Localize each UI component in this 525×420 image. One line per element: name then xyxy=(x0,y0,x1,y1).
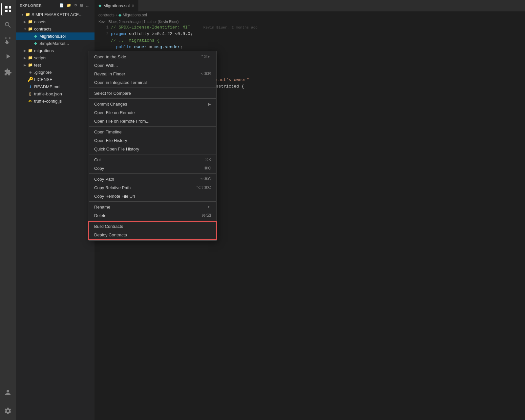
code-line-5: public owner = msg.sender; xyxy=(94,44,525,50)
menu-select-compare[interactable]: Select for Compare xyxy=(94,89,216,97)
menu-open-to-side-label: Open to the Side xyxy=(94,54,126,59)
menu-rename-shortcut: ↵ xyxy=(208,205,211,209)
menu-delete[interactable]: Delete ⌘⌫ xyxy=(94,211,216,220)
migrations-sol-spacer xyxy=(28,33,33,39)
root-folder-label: SIMPLEMARKETPLACE... xyxy=(32,12,82,17)
search-activity-icon[interactable] xyxy=(1,18,14,31)
scripts-folder-icon: 📁 xyxy=(28,55,33,60)
menu-open-file-remote-from-label: Open File on Remote From... xyxy=(94,119,149,124)
tab-sol-icon: ◆ xyxy=(98,3,101,8)
sidebar-item-migrations[interactable]: ▶ 📁 migrations xyxy=(16,47,94,54)
tab-close-button[interactable]: × xyxy=(132,3,134,8)
code-pragma: pragma xyxy=(111,31,129,37)
menu-build-contracts-label: Build Contracts xyxy=(94,224,123,229)
readme-label: README.md xyxy=(34,84,59,89)
menu-copy-path[interactable]: Copy Path ⌥⌘C xyxy=(94,175,216,183)
menu-open-to-side-shortcut: ⌃⌘↵ xyxy=(200,54,211,59)
menu-open-file-history-label: Open File History xyxy=(94,138,127,143)
menu-open-file-remote-from[interactable]: Open File on Remote From... xyxy=(94,117,216,125)
new-file-icon[interactable]: 📄 xyxy=(59,3,65,8)
menu-delete-label: Delete xyxy=(94,213,107,218)
menu-commit-changes-arrow: ▶ xyxy=(208,102,211,107)
menu-rename[interactable]: Rename ↵ xyxy=(94,203,216,211)
new-folder-icon[interactable]: 📁 xyxy=(66,3,72,8)
menu-open-file-history[interactable]: Open File History xyxy=(94,136,216,145)
menu-open-timeline[interactable]: Open Timeline xyxy=(94,128,216,136)
sidebar-item-contracts[interactable]: ▾ 📁 contracts xyxy=(16,25,94,32)
code-line-1: 1 // SPDX-License-Identifier: MIT Kevin … xyxy=(94,24,525,31)
extensions-activity-icon[interactable] xyxy=(1,66,14,79)
account-activity-icon[interactable] xyxy=(1,386,14,399)
menu-open-terminal[interactable]: Open in Integrated Terminal xyxy=(94,78,216,87)
line-number-5 xyxy=(97,44,109,50)
scripts-chevron-icon: ▶ xyxy=(22,55,28,60)
sidebar-item-scripts[interactable]: ▶ 📁 scripts xyxy=(16,54,94,61)
tab-bar: ◆ Migrations.sol × xyxy=(94,0,525,11)
menu-open-to-side[interactable]: Open to the Side ⌃⌘↵ xyxy=(94,52,216,61)
sidebar-item-migrations-sol[interactable]: ◆ Migrations.sol xyxy=(16,32,94,40)
contracts-folder-icon: 📁 xyxy=(28,26,33,31)
code-version: >=0.4.22 <0.9.0; xyxy=(152,31,193,37)
code-solidity: solidity xyxy=(129,31,152,37)
sidebar-item-simplemarket[interactable]: ◆ SimpleMarket... xyxy=(16,40,94,47)
breadcrumb-separator: › xyxy=(116,13,117,17)
menu-deploy-contracts-label: Deploy Contracts xyxy=(94,232,127,237)
sidebar-header: EXPLORER 📄 📁 ↻ ⊟ … xyxy=(16,0,94,11)
separator-2 xyxy=(94,98,216,99)
menu-copy-relative-path-label: Copy Relative Path xyxy=(94,185,131,190)
root-chevron-icon: ▾ xyxy=(20,12,25,17)
run-activity-icon[interactable] xyxy=(1,50,14,63)
menu-copy[interactable]: Copy ⌘C xyxy=(94,164,216,172)
sidebar-item-assets[interactable]: ▶ 📁 assets xyxy=(16,18,94,25)
menu-copy-relative-path[interactable]: Copy Relative Path ⌥⇧⌘C xyxy=(94,183,216,192)
license-spacer xyxy=(22,77,28,82)
menu-deploy-contracts[interactable]: Deploy Contracts xyxy=(94,230,216,239)
sidebar-item-license[interactable]: 🔑 LICENSE xyxy=(16,76,94,83)
assets-chevron-icon: ▶ xyxy=(22,19,28,24)
menu-copy-path-label: Copy Path xyxy=(94,177,114,182)
activity-bar xyxy=(0,0,16,420)
source-control-activity-icon[interactable] xyxy=(1,34,14,47)
menu-copy-path-shortcut: ⌥⌘C xyxy=(200,177,211,181)
menu-reveal-finder[interactable]: Reveal in Finder ⌥⌘R xyxy=(94,70,216,78)
context-menu: Open to the Side ⌃⌘↵ Open With... Reveal… xyxy=(94,51,217,241)
breadcrumb-folder: contracts xyxy=(98,13,115,17)
explorer-activity-icon[interactable] xyxy=(1,3,14,16)
menu-copy-remote-url-label: Copy Remote File Url xyxy=(94,194,135,199)
sidebar-item-test[interactable]: ▶ 📁 test xyxy=(16,61,94,69)
separator-6 xyxy=(94,201,216,202)
license-icon: 🔑 xyxy=(28,77,33,82)
contracts-label: contracts xyxy=(34,27,52,31)
menu-open-file-remote[interactable]: Open File on Remote xyxy=(94,108,216,117)
menu-copy-remote-url[interactable]: Copy Remote File Url xyxy=(94,192,216,200)
folder-icon: 📁 xyxy=(25,12,30,17)
sidebar-actions: 📄 📁 ↻ ⊟ … xyxy=(59,3,91,8)
sidebar-item-readme[interactable]: ℹ README.md xyxy=(16,83,94,90)
migrations-sol-icon: ◆ xyxy=(33,33,38,39)
root-folder-item[interactable]: ▾ 📁 SIMPLEMARKETPLACE... xyxy=(16,11,94,18)
license-label: LICENSE xyxy=(34,77,52,82)
sidebar-item-gitignore[interactable]: ◈ .gitignore xyxy=(16,69,94,76)
ellipsis-icon[interactable]: … xyxy=(85,3,91,8)
menu-cut-shortcut: ⌘X xyxy=(204,157,211,162)
settings-activity-icon[interactable] xyxy=(1,404,14,417)
truffle-config-label: truffle-config.js xyxy=(34,99,62,104)
menu-build-contracts[interactable]: Build Contracts xyxy=(94,222,216,230)
collapse-icon[interactable]: ⊟ xyxy=(79,3,84,8)
test-label: test xyxy=(34,63,41,68)
menu-cut[interactable]: Cut ⌘X xyxy=(94,155,216,164)
menu-commit-changes[interactable]: Commit Changes ▶ xyxy=(94,100,216,108)
readme-spacer xyxy=(22,84,28,89)
sidebar-item-truffle-config[interactable]: JS truffle-config.js xyxy=(16,97,94,105)
menu-delete-shortcut: ⌘⌫ xyxy=(201,213,211,218)
migrations-sol-tab[interactable]: ◆ Migrations.sol × xyxy=(94,0,138,11)
menu-open-file-remote-label: Open File on Remote xyxy=(94,110,135,115)
menu-quick-open-file-history[interactable]: Quick Open File History xyxy=(94,145,216,153)
refresh-icon[interactable]: ↻ xyxy=(74,3,78,8)
menu-copy-label: Copy xyxy=(94,166,104,171)
migrations-chevron-icon: ▶ xyxy=(22,48,28,53)
menu-open-with[interactable]: Open With... xyxy=(94,61,216,70)
separator-3 xyxy=(94,126,216,127)
breadcrumb-sol-icon: ◆ xyxy=(118,13,121,17)
sidebar-item-truffle-box[interactable]: {} truffle-box.json xyxy=(16,90,94,97)
